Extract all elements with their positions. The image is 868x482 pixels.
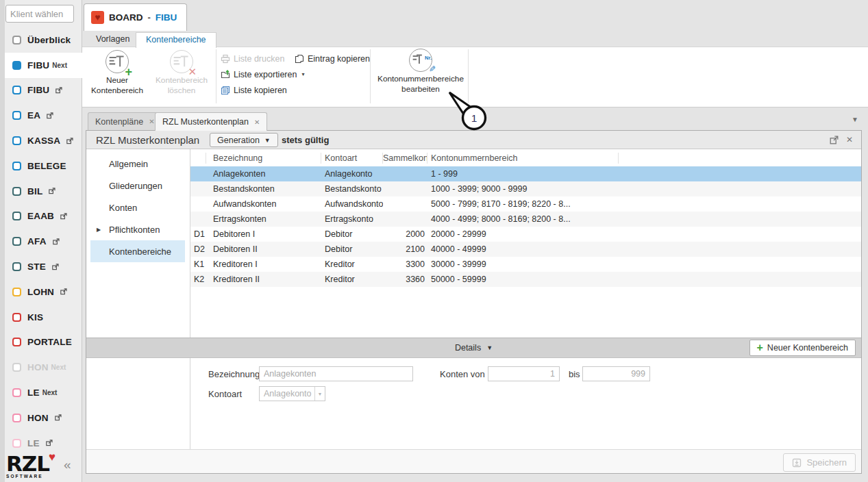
module-icon xyxy=(12,187,21,196)
external-link-icon xyxy=(60,288,67,295)
module-label: KASSA xyxy=(27,136,60,146)
close-icon[interactable]: ✕ xyxy=(254,118,260,126)
sidebar-module-item[interactable]: BELEGE xyxy=(5,153,82,179)
app-window: Überblick FIBU Next xyxy=(0,0,868,482)
table-row[interactable]: D1 Debitoren I Debitor 2000 20000 - 2999… xyxy=(190,227,861,242)
kontenplan-nav-item[interactable]: ▶ Pflichtkonten xyxy=(90,218,185,240)
kontoart-select[interactable]: Anlagekonto ▼ xyxy=(259,386,325,401)
ribbon-group-separator xyxy=(370,49,371,103)
table-row[interactable]: Ertragskonten Ertragskonto 4000 - 4999; … xyxy=(190,212,861,227)
generation-dropdown-button[interactable]: Generation ▼ xyxy=(210,133,278,147)
sidebar-module-item[interactable]: FIBU xyxy=(5,78,82,103)
table-row[interactable]: Bestandskonten Bestandskonto 1000 - 3999… xyxy=(190,181,861,196)
panel-footer: Speichern xyxy=(86,449,861,473)
sidebar-module-item[interactable]: HON xyxy=(5,405,82,431)
close-icon[interactable]: ✕ xyxy=(846,135,853,144)
sidebar-collapse-button[interactable]: « xyxy=(64,457,71,472)
module-icon xyxy=(12,439,21,448)
caret-down-icon: ▾ xyxy=(301,71,304,77)
cell-kontonummernbereich: 20000 - 29999 xyxy=(427,229,619,239)
ribbon-tab-vorlagen[interactable]: Vorlagen xyxy=(86,32,139,47)
copy-entry-label: Eintrag kopieren xyxy=(308,54,370,64)
doc-tab-label: RZL Musterkontenplan xyxy=(162,117,249,127)
cell-kontonummernbereich: 1 - 999 xyxy=(427,169,619,179)
export-list-button[interactable]: Liste exportieren ▾ xyxy=(221,68,304,80)
cell-sammelkonto: 3300 xyxy=(383,259,427,269)
table-row[interactable]: Aufwandskonten Aufwandskonto 5000 - 7999… xyxy=(190,196,861,212)
external-link-icon xyxy=(60,213,67,220)
table-row[interactable]: Anlagekonten Anlagekonto 1 - 999 xyxy=(190,166,861,181)
table-row[interactable]: K2 Kreditoren II Kreditor 3360 50000 - 5… xyxy=(190,272,861,287)
copy-list-button[interactable]: Liste kopieren xyxy=(221,84,287,96)
module-icon xyxy=(12,111,21,120)
expand-arrow-icon[interactable]: ▶ xyxy=(97,227,101,233)
new-account-range-button-small[interactable]: + Neuer Kontenbereich xyxy=(749,340,856,356)
sidebar-module-item[interactable]: EAAB xyxy=(5,204,82,229)
cell-code: K2 xyxy=(190,275,206,284)
popout-icon[interactable] xyxy=(830,136,839,144)
sidebar-module-item[interactable]: Überblick xyxy=(5,27,82,53)
export-icon xyxy=(221,70,230,79)
konten-von-field[interactable] xyxy=(488,366,560,381)
kontenplan-nav-item[interactable]: ▶ Konten xyxy=(90,196,185,218)
sidebar-module-item[interactable]: HON Next xyxy=(5,355,82,380)
cell-sammelkonto: 2000 xyxy=(383,229,427,239)
module-icon xyxy=(12,414,21,422)
sidebar-module-item[interactable]: EA xyxy=(5,103,82,128)
bezeichnung-field[interactable] xyxy=(259,366,413,381)
ribbon-tab-kontenbereiche[interactable]: Kontenbereiche xyxy=(136,32,216,48)
delete-account-range-button[interactable]: ✕ Kontenbereich löschen xyxy=(148,50,215,105)
sidebar-module-item[interactable]: LE Next xyxy=(5,380,82,405)
sidebar-module-item[interactable]: STE xyxy=(5,254,82,279)
doc-tab-kontenplaene[interactable]: Kontenpläne ✕ xyxy=(88,112,162,130)
copy-entry-button[interactable]: Eintrag kopieren xyxy=(295,53,370,64)
cell-kontoart: Ertragskonto xyxy=(321,214,383,224)
kontenplan-nav-item[interactable]: ▶ Gliederungen xyxy=(90,175,185,196)
sidebar-module-item[interactable]: PORTALE xyxy=(5,330,82,355)
sidebar-module-item[interactable]: AFA xyxy=(5,229,82,254)
close-icon[interactable]: ✕ xyxy=(149,118,154,125)
sidebar-module-item[interactable]: FIBU Next xyxy=(5,53,82,78)
caret-down-icon[interactable]: ▼ xyxy=(314,387,325,401)
board-window-tab[interactable]: ♥ BOARD - FIBU xyxy=(84,3,187,31)
save-button[interactable]: Speichern xyxy=(783,453,856,472)
kontenplan-nav-item[interactable]: ▶ Kontenbereiche xyxy=(90,240,185,262)
cell-bezeichnung: Kreditoren I xyxy=(206,259,321,269)
edit-number-ranges-button[interactable]: Nr. ✎ Kontonummernbereiche bearbeiten xyxy=(373,49,468,103)
sidebar-module-item[interactable]: BIL xyxy=(5,179,82,204)
board-tab-separator: - xyxy=(148,12,151,23)
kontenplan-nav: ▶ Allgemein ▶ Gliederungen ▶ Konten ▶ Pf… xyxy=(86,149,190,473)
nav-item-label: Allgemein xyxy=(109,159,148,169)
table-row[interactable]: D2 Debitoren II Debitor 2100 40000 - 499… xyxy=(190,242,861,257)
sidebar-module-item[interactable]: LOHN xyxy=(5,279,82,305)
col-header-sammelkonto[interactable]: Sammelkonto xyxy=(383,153,427,164)
heart-icon: ♥ xyxy=(49,451,55,464)
new-account-range-label: Neuer Kontenbereich xyxy=(88,75,147,95)
details-toggle-bar[interactable]: Details ▼ xyxy=(86,338,861,358)
ribbon: Vorlagen Kontenbereiche + Neuer Kontenbe… xyxy=(82,31,868,107)
cell-kontonummernbereich: 4000 - 4999; 8000 - 8169; 8200 - 8... xyxy=(427,214,619,224)
col-header-kontonummernbereich[interactable]: Kontonummernbereich xyxy=(427,153,619,164)
sidebar-module-item[interactable]: KIS xyxy=(5,305,82,330)
col-header-bezeichnung[interactable]: Bezeichnung xyxy=(206,153,321,164)
client-select-input[interactable] xyxy=(5,5,74,23)
nr-badge: Nr. xyxy=(425,55,432,61)
printer-icon xyxy=(221,54,230,64)
cell-bezeichnung: Bestandskonten xyxy=(206,184,321,194)
cell-kontonummernbereich: 30000 - 39999 xyxy=(427,259,619,269)
table-row[interactable]: K1 Kreditoren I Kreditor 3300 30000 - 39… xyxy=(190,257,861,272)
sidebar-module-item[interactable]: KASSA xyxy=(5,128,82,153)
kontenplan-panel: RZL Musterkontenplan Generation ▼ stets … xyxy=(86,130,862,474)
tabstrip-dropdown-icon[interactable]: ▼ xyxy=(852,116,858,123)
module-icon xyxy=(12,338,21,346)
col-header-kontoart[interactable]: Kontoart xyxy=(321,153,383,164)
cell-kontoart: Debitor xyxy=(321,244,383,254)
print-list-button[interactable]: Liste drucken xyxy=(221,53,284,64)
bezeichnung-label: Bezeichnung xyxy=(208,369,260,379)
cell-bezeichnung: Kreditoren II xyxy=(206,275,321,284)
doc-tab-musterkontenplan[interactable]: RZL Musterkontenplan ✕ xyxy=(155,112,267,131)
new-account-range-button[interactable]: + Neuer Kontenbereich xyxy=(88,50,147,105)
kontenplan-nav-item[interactable]: ▶ Allgemein xyxy=(90,153,185,175)
cell-kontonummernbereich: 1000 - 3999; 9000 - 9999 xyxy=(427,184,619,194)
konten-bis-field[interactable] xyxy=(582,366,650,381)
